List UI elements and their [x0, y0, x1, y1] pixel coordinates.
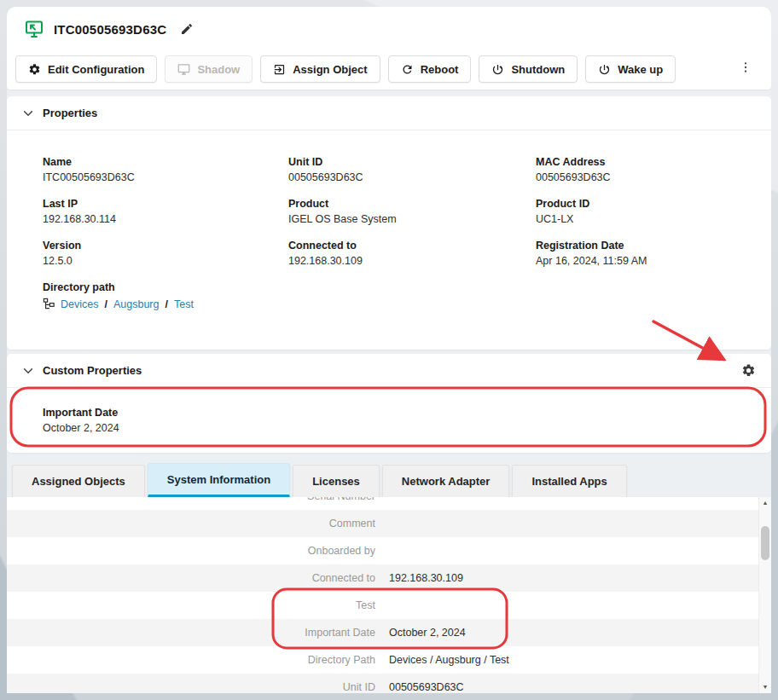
row-label: Important Date — [7, 627, 375, 639]
reboot-icon — [401, 63, 414, 76]
tab-licenses[interactable]: Licenses — [293, 465, 380, 497]
property-value: 192.168.30.114 — [43, 213, 288, 225]
shadow-monitor-icon — [177, 63, 190, 76]
property-label: Important Date — [43, 407, 754, 419]
power-icon — [491, 63, 504, 76]
breadcrumb-link-test[interactable]: Test — [174, 298, 194, 310]
power-icon — [598, 63, 611, 76]
tab-assigned-objects[interactable]: Assigned Objects — [12, 465, 145, 497]
device-detail-page: ITC00505693D63C Edit Configuration Shado… — [7, 7, 771, 693]
system-information-table: Serial Number Comment Onboarded by Conne… — [7, 497, 758, 693]
row-label: Unit ID — [7, 681, 375, 693]
row-label: Onboarded by — [7, 545, 375, 557]
property-value: October 2, 2024 — [43, 422, 754, 434]
vertical-scrollbar[interactable]: ▲ ▼ — [758, 497, 771, 693]
property-field-registration-date: Registration Date Apr 16, 2024, 11:59 AM — [536, 240, 754, 268]
property-field-version: Version 12.5.0 — [43, 240, 288, 268]
scrollbar-thumb[interactable] — [761, 526, 769, 560]
property-value: ITC00505693D63C — [43, 171, 288, 183]
tab-bar: Assigned Objects System Information Lice… — [7, 463, 771, 497]
property-label: Last IP — [43, 198, 288, 210]
tab-network-adapter[interactable]: Network Adapter — [382, 465, 510, 497]
button-label: Assign Object — [293, 63, 367, 76]
directory-path-field: Directory path Devices / Augsburg / Test — [43, 281, 754, 310]
custom-properties-settings-gear-icon[interactable] — [741, 363, 756, 378]
property-field-last-ip: Last IP 192.168.30.114 — [43, 198, 288, 226]
custom-properties-content: Important Date October 2, 2024 — [7, 388, 771, 435]
property-value: IGEL OS Base System — [288, 213, 536, 225]
button-label: Edit Configuration — [48, 63, 144, 76]
chevron-down-icon — [22, 107, 34, 119]
chevron-down-icon — [22, 365, 34, 377]
more-actions-button[interactable] — [734, 55, 758, 82]
properties-header[interactable]: Properties — [7, 96, 771, 130]
breadcrumb-link-augsburg[interactable]: Augsburg — [113, 298, 160, 310]
property-field-unit-id: Unit ID 00505693D63C — [288, 156, 536, 184]
property-label: Connected to — [288, 240, 536, 252]
property-value: 192.168.30.109 — [288, 255, 536, 267]
button-label: Wake up — [618, 63, 663, 76]
button-label: Shadow — [197, 63, 240, 76]
breadcrumb-separator: / — [104, 298, 107, 310]
wake-up-button[interactable]: Wake up — [585, 55, 676, 83]
assign-object-button[interactable]: Assign Object — [260, 55, 380, 83]
properties-grid: Name ITC00505693D63C Unit ID 00505693D63… — [7, 130, 771, 310]
section-title: Custom Properties — [43, 364, 142, 377]
reboot-button[interactable]: Reboot — [388, 55, 472, 83]
property-value: 00505693D63C — [536, 171, 754, 183]
edit-configuration-button[interactable]: Edit Configuration — [15, 55, 157, 83]
breadcrumb: Devices / Augsburg / Test — [43, 298, 754, 310]
property-field-connected-to: Connected to 192.168.30.109 — [288, 240, 536, 268]
row-value: Devices / Augsburg / Test — [389, 654, 509, 666]
property-label: Name — [43, 156, 288, 168]
property-label: Unit ID — [288, 156, 536, 168]
row-label: Directory Path — [7, 654, 375, 666]
toolbar: Edit Configuration Shadow Assign Object … — [7, 51, 771, 90]
property-label: Directory path — [43, 281, 754, 293]
row-label: Connected to — [7, 572, 375, 584]
row-label: Test — [7, 599, 375, 611]
button-label: Reboot — [421, 63, 459, 76]
tab-installed-apps[interactable]: Installed Apps — [512, 465, 626, 497]
shadow-button[interactable]: Shadow — [165, 55, 253, 83]
property-label: Product — [288, 198, 536, 210]
section-title: Properties — [43, 107, 97, 119]
edit-name-pencil-icon[interactable] — [180, 22, 194, 36]
row-value: October 2, 2024 — [389, 627, 466, 639]
custom-properties-header[interactable]: Custom Properties — [7, 354, 771, 388]
scroll-up-arrow-icon[interactable]: ▲ — [759, 498, 771, 508]
button-label: Shutdown — [511, 63, 565, 76]
scroll-down-arrow-icon[interactable]: ▼ — [759, 682, 771, 692]
directory-tree-icon — [43, 298, 55, 310]
gear-icon — [28, 63, 41, 76]
kebab-menu-icon — [739, 61, 752, 74]
custom-properties-section: Custom Properties Important Date October… — [7, 354, 771, 453]
property-label: Registration Date — [536, 240, 754, 252]
property-value: 00505693D63C — [288, 171, 536, 183]
table-row-connected-to: Connected to 192.168.30.109 — [7, 564, 758, 592]
shutdown-button[interactable]: Shutdown — [479, 55, 578, 83]
row-value: 192.168.30.109 — [389, 572, 463, 584]
title-row: ITC00505693D63C — [7, 7, 771, 51]
property-field-name: Name ITC00505693D63C — [43, 156, 288, 184]
property-value: 12.5.0 — [43, 255, 288, 267]
breadcrumb-separator: / — [165, 298, 167, 310]
property-field-mac-address: MAC Address 00505693D63C — [536, 156, 754, 184]
row-label: Serial Number — [7, 497, 375, 502]
table-row-unit-id: Unit ID 00505693D63C — [7, 674, 758, 693]
property-field-product: Product IGEL OS Base System — [288, 198, 536, 226]
table-row-comment: Comment — [7, 510, 758, 537]
tab-system-information[interactable]: System Information — [148, 463, 290, 497]
custom-property-field-important-date: Important Date October 2, 2024 — [43, 407, 754, 435]
system-information-panel: Serial Number Comment Onboarded by Conne… — [7, 497, 771, 693]
page-title: ITC00505693D63C — [54, 22, 166, 37]
device-monitor-icon — [24, 19, 44, 39]
header-card: ITC00505693D63C Edit Configuration Shado… — [7, 7, 771, 90]
table-row-serial-number: Serial Number — [7, 497, 758, 510]
properties-section: Properties Name ITC00505693D63C Unit ID … — [7, 96, 771, 350]
table-row-onboarded-by: Onboarded by — [7, 537, 758, 564]
property-label: MAC Address — [536, 156, 754, 168]
table-row-important-date: Important Date October 2, 2024 — [7, 619, 758, 646]
table-row-directory-path: Directory Path Devices / Augsburg / Test — [7, 646, 758, 674]
breadcrumb-link-devices[interactable]: Devices — [61, 298, 98, 310]
